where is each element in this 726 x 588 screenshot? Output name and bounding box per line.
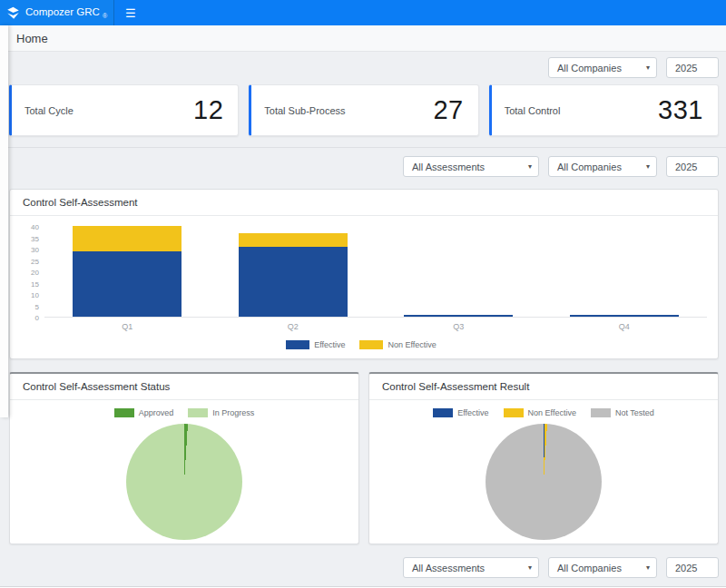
year-input[interactable] (666, 156, 719, 177)
total-sub-process-card: Total Sub-Process 27 (249, 84, 478, 136)
bar-column (376, 227, 542, 317)
stats-row: Total Cycle 12 Total Sub-Process 27 Tota… (9, 84, 719, 136)
y-axis: 0510152025303540 (15, 227, 44, 318)
bar-column (542, 227, 708, 317)
bar-chart-title: Control Self-Assessment (10, 190, 718, 216)
bar-chart-legend: EffectiveNon Effective (15, 331, 707, 355)
assessments-select-value: All Assessments (412, 563, 485, 573)
year-input[interactable] (666, 557, 719, 578)
assessments-select[interactable]: All Assessments ▾ (403, 557, 539, 578)
pie-row: Control Self-Assessment Status ApprovedI… (9, 372, 719, 544)
bar-chart-card: Control Self-Assessment 0510152025303540… (9, 189, 719, 359)
x-axis-labels: Q1Q2Q3Q4 (44, 318, 707, 331)
stat-label: Total Sub-Process (264, 105, 345, 116)
companies-select[interactable]: All Companies ▾ (548, 57, 657, 78)
bar-stack (570, 315, 679, 318)
bar-stack (73, 226, 182, 317)
y-axis-tick: 35 (31, 234, 39, 242)
filter-row-middle: All Assessments ▾ All Companies ▾ (9, 156, 719, 177)
companies-select-value: All Companies (557, 563, 622, 573)
companies-select[interactable]: All Companies ▾ (548, 156, 657, 177)
legend-item: Non Effective (504, 408, 576, 417)
x-axis-label: Q2 (211, 318, 377, 331)
legend-item: In Progress (188, 408, 254, 417)
companies-select[interactable]: All Companies ▾ (548, 557, 657, 578)
stat-label: Total Control (505, 105, 561, 116)
status-pie-legend: ApprovedIn Progress (10, 408, 358, 421)
companies-select-value: All Companies (557, 162, 622, 172)
legend-label: Effective (314, 340, 345, 349)
status-pie-title: Control Self-Assessment Status (10, 374, 358, 400)
stat-label: Total Cycle (25, 105, 74, 116)
status-pie-card: Control Self-Assessment Status ApprovedI… (9, 372, 359, 544)
legend-item: Not Tested (591, 408, 654, 417)
registered-mark: ® (103, 13, 107, 19)
x-axis-label: Q1 (44, 318, 211, 331)
y-axis-tick: 40 (31, 223, 39, 231)
y-axis-tick: 15 (31, 279, 39, 288)
chevron-down-icon: ▾ (528, 564, 532, 572)
filter-row-top: All Companies ▾ (9, 57, 719, 78)
result-pie-legend: EffectiveNon EffectiveNot Tested (369, 408, 718, 421)
bar-stack (404, 315, 513, 318)
y-axis-tick: 0 (35, 314, 39, 322)
result-pie-chart (486, 424, 602, 540)
legend-label: In Progress (212, 408, 254, 417)
year-input[interactable] (666, 57, 719, 78)
bar-column (44, 227, 211, 317)
legend-item: Effective (433, 408, 488, 417)
y-axis-tick: 30 (31, 246, 39, 254)
bar-segment-effective (570, 315, 679, 318)
legend-swatch (286, 340, 309, 349)
legend-label: Not Tested (615, 408, 654, 417)
legend-label: Non Effective (388, 340, 436, 349)
brand[interactable]: Compozer GRC ® (0, 0, 114, 25)
breadcrumb: Home (0, 25, 726, 52)
legend-item: Effective (286, 340, 345, 349)
companies-select-value: All Companies (557, 63, 622, 74)
top-navbar: Compozer GRC ® ☰ (0, 0, 726, 25)
bar-chart: 0510152025303540 (15, 227, 707, 318)
legend-swatch (359, 340, 383, 349)
page-title: Home (16, 32, 48, 45)
bar-segment-effective (73, 251, 182, 318)
status-pie-chart (126, 424, 242, 540)
bar-stack (239, 233, 348, 318)
chevron-down-icon: ▾ (646, 162, 650, 171)
bar-plot-area (44, 227, 707, 318)
bar-segment-effective (404, 315, 513, 318)
compozer-logo-icon (6, 6, 20, 20)
legend-swatch (504, 408, 524, 417)
legend-swatch (591, 408, 611, 417)
assessments-select[interactable]: All Assessments ▾ (403, 156, 539, 177)
hamburger-menu-icon[interactable]: ☰ (125, 6, 136, 20)
bar-column (211, 227, 377, 317)
brand-title: Compozer GRC ® (25, 6, 107, 19)
total-cycle-card: Total Cycle 12 (9, 84, 239, 136)
legend-swatch (114, 408, 134, 417)
chevron-down-icon: ▾ (528, 162, 532, 171)
y-axis-tick: 25 (31, 257, 39, 265)
result-pie-card: Control Self-Assessment Result Effective… (368, 372, 719, 544)
x-axis-label: Q3 (376, 318, 542, 331)
legend-label: Non Effective (528, 408, 576, 417)
y-axis-tick: 5 (35, 302, 39, 310)
y-axis-tick: 10 (31, 291, 39, 299)
legend-label: Effective (457, 408, 488, 417)
stat-value: 27 (433, 95, 463, 125)
bar-segment-non-effective (73, 226, 182, 251)
x-axis-label: Q4 (542, 318, 708, 331)
filter-row-bottom: All Assessments ▾ All Companies ▾ (9, 557, 719, 578)
result-pie-title: Control Self-Assessment Result (369, 374, 718, 400)
total-control-card: Total Control 331 (489, 84, 719, 136)
legend-item: Approved (114, 408, 174, 417)
stat-value: 12 (193, 95, 223, 125)
legend-label: Approved (139, 408, 174, 417)
chevron-down-icon: ▾ (646, 64, 650, 72)
bar-segment-non-effective (239, 233, 348, 247)
legend-swatch (433, 408, 453, 417)
section-divider (0, 147, 726, 148)
bar-segment-effective (239, 247, 348, 318)
stat-value: 331 (658, 95, 703, 125)
collapsed-sidebar (0, 25, 8, 417)
